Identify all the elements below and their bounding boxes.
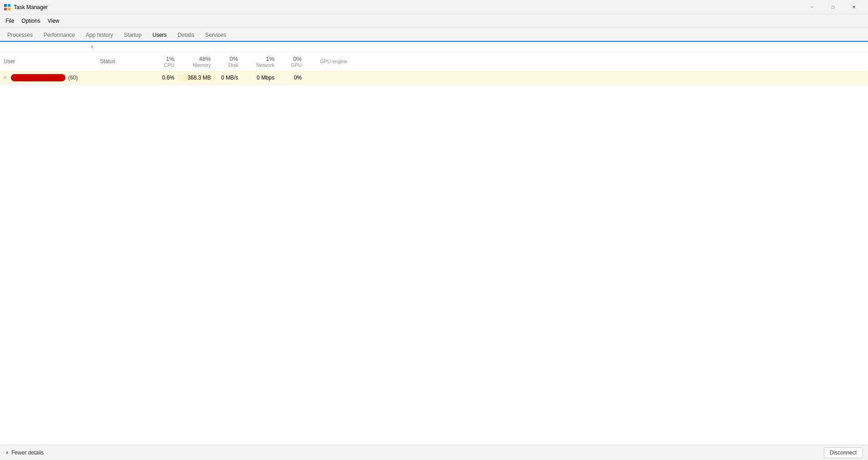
col-header-gpu[interactable]: 0% GPU [278, 55, 305, 69]
sort-indicator[interactable]: ∧ [90, 44, 94, 49]
svg-rect-3 [8, 8, 10, 10]
col-header-cpu[interactable]: 1% CPU [142, 55, 178, 69]
tab-processes[interactable]: Processes [2, 29, 38, 42]
cpu-label: CPU [164, 62, 175, 68]
memory-label: Memory [193, 62, 211, 68]
disk-percent: 0% [229, 55, 238, 62]
minimize-button[interactable]: − [802, 0, 823, 15]
menu-view[interactable]: View [44, 16, 63, 26]
title-bar-left: Task Manager [4, 4, 48, 11]
process-count: (60) [68, 75, 78, 81]
gpu-percent: 0% [293, 55, 302, 62]
tab-users[interactable]: Users [147, 29, 172, 42]
table-body: > (60) 0.6% 368.3 MB 0 MB/s 0 Mbps 0% [0, 71, 868, 445]
memory-percent: 48% [199, 55, 211, 62]
title-bar-controls: − □ ✕ [802, 0, 864, 15]
cell-network: 0 Mbps [242, 75, 278, 81]
cell-cpu: 0.6% [142, 75, 178, 81]
user-redacted-block [11, 74, 65, 81]
tab-bar: Processes Performance App history Startu… [0, 27, 868, 42]
col-header-user[interactable]: User [0, 56, 96, 66]
tab-services[interactable]: Services [200, 29, 232, 42]
fewer-details-icon: ∧ [5, 450, 9, 455]
fewer-details-label: Fewer details [11, 450, 44, 456]
fewer-details-button[interactable]: ∧ Fewer details [5, 450, 44, 456]
menu-bar: File Options View [0, 15, 868, 27]
menu-file[interactable]: File [2, 16, 18, 26]
column-headers: User Status 1% CPU 48% Memory 0% Disk 1%… [0, 52, 868, 71]
close-button[interactable]: ✕ [843, 0, 864, 15]
network-label: Network [256, 62, 274, 68]
cell-gpu: 0% [278, 75, 305, 81]
disconnect-button[interactable]: Disconnect [824, 447, 863, 458]
cell-user: > (60) [0, 74, 96, 81]
window-title: Task Manager [14, 4, 48, 10]
tab-app-history[interactable]: App history [80, 29, 119, 42]
app-icon [4, 4, 11, 11]
disk-label: Disk [229, 62, 238, 68]
svg-rect-2 [4, 8, 7, 10]
tab-details[interactable]: Details [172, 29, 200, 42]
bottom-bar: ∧ Fewer details Disconnect [0, 445, 868, 460]
col-header-status[interactable]: Status [96, 56, 142, 66]
expand-icon[interactable]: > [4, 75, 9, 80]
table-row[interactable]: > (60) 0.6% 368.3 MB 0 MB/s 0 Mbps 0% [0, 71, 868, 85]
col-header-memory[interactable]: 48% Memory [178, 55, 215, 69]
sort-row-user: ∧ [0, 44, 96, 49]
cell-memory: 368.3 MB [178, 75, 215, 81]
network-percent: 1% [266, 55, 274, 62]
cell-disk: 0 MB/s [215, 75, 242, 81]
gpu-label: GPU [291, 62, 302, 68]
col-header-gpu-engine[interactable]: GPU engine [305, 58, 351, 65]
svg-rect-0 [4, 4, 7, 7]
maximize-button[interactable]: □ [823, 0, 843, 15]
gpu-engine-label: GPU engine [320, 59, 347, 64]
col-header-disk[interactable]: 0% Disk [215, 55, 242, 69]
title-bar: Task Manager − □ ✕ [0, 0, 868, 15]
menu-options[interactable]: Options [18, 16, 44, 26]
tab-performance[interactable]: Performance [38, 29, 80, 42]
tab-startup[interactable]: Startup [119, 29, 147, 42]
cpu-percent: 1% [166, 55, 175, 62]
main-content: ∧ User Status 1% CPU 48% Memory 0% Disk … [0, 42, 868, 445]
svg-rect-1 [8, 4, 10, 7]
col-header-network[interactable]: 1% Network [242, 55, 278, 69]
sort-row: ∧ [0, 42, 868, 52]
